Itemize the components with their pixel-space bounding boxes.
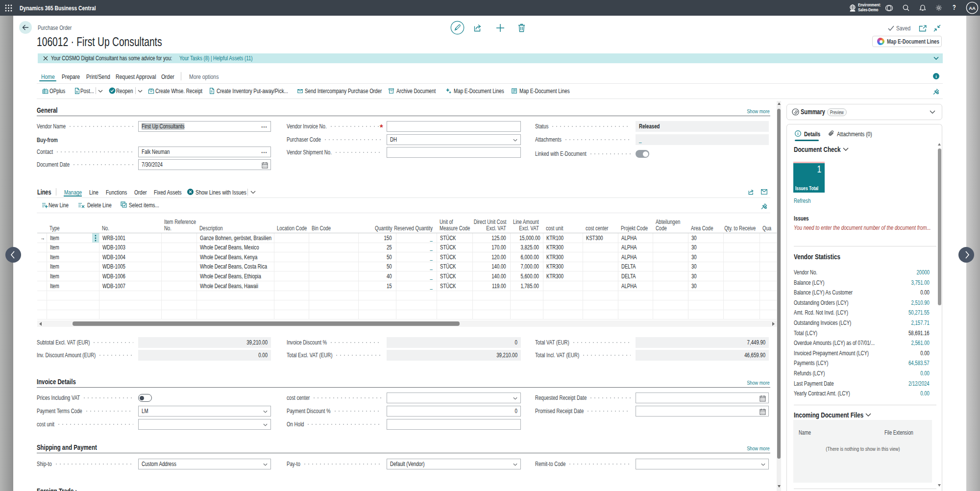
svg-text:AA: AA xyxy=(969,5,976,11)
